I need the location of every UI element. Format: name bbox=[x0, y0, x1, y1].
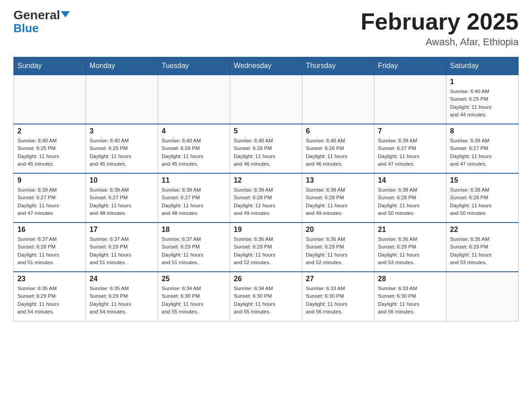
day-info: Sunrise: 6:36 AMSunset: 6:29 PMDaylight:… bbox=[234, 235, 298, 266]
calendar-cell bbox=[302, 75, 374, 124]
column-header-wednesday: Wednesday bbox=[230, 57, 302, 75]
day-number: 7 bbox=[378, 127, 442, 135]
column-header-thursday: Thursday bbox=[302, 57, 374, 75]
day-info: Sunrise: 6:40 AMSunset: 6:26 PMDaylight:… bbox=[162, 137, 226, 168]
day-info: Sunrise: 6:33 AMSunset: 6:30 PMDaylight:… bbox=[378, 285, 442, 316]
day-info: Sunrise: 6:35 AMSunset: 6:29 PMDaylight:… bbox=[450, 235, 515, 266]
day-number: 13 bbox=[306, 176, 370, 184]
logo-blue-text: Blue bbox=[13, 22, 39, 34]
week-row-5: 23Sunrise: 6:35 AMSunset: 6:29 PMDayligh… bbox=[14, 272, 519, 321]
day-info: Sunrise: 6:38 AMSunset: 6:28 PMDaylight:… bbox=[234, 186, 298, 217]
day-info: Sunrise: 6:40 AMSunset: 6:26 PMDaylight:… bbox=[234, 137, 298, 168]
day-info: Sunrise: 6:35 AMSunset: 6:29 PMDaylight:… bbox=[90, 285, 154, 316]
calendar-cell bbox=[14, 75, 86, 124]
calendar-cell: 2Sunrise: 6:40 AMSunset: 6:25 PMDaylight… bbox=[14, 124, 86, 173]
column-header-saturday: Saturday bbox=[446, 57, 519, 75]
calendar-cell: 27Sunrise: 6:33 AMSunset: 6:30 PMDayligh… bbox=[302, 272, 374, 321]
day-info: Sunrise: 6:39 AMSunset: 6:27 PMDaylight:… bbox=[378, 137, 442, 168]
calendar-cell: 10Sunrise: 6:39 AMSunset: 6:27 PMDayligh… bbox=[86, 173, 158, 223]
column-header-friday: Friday bbox=[374, 57, 446, 75]
day-info: Sunrise: 6:39 AMSunset: 6:27 PMDaylight:… bbox=[450, 137, 515, 168]
calendar-table: SundayMondayTuesdayWednesdayThursdayFrid… bbox=[13, 57, 519, 321]
day-info: Sunrise: 6:38 AMSunset: 6:28 PMDaylight:… bbox=[306, 186, 370, 217]
day-number: 15 bbox=[450, 176, 515, 184]
calendar-cell: 11Sunrise: 6:39 AMSunset: 6:27 PMDayligh… bbox=[158, 173, 230, 223]
day-number: 26 bbox=[234, 275, 298, 283]
day-info: Sunrise: 6:37 AMSunset: 6:28 PMDaylight:… bbox=[17, 235, 82, 266]
day-number: 25 bbox=[162, 275, 226, 283]
calendar-cell: 26Sunrise: 6:34 AMSunset: 6:30 PMDayligh… bbox=[230, 272, 302, 321]
calendar-cell: 14Sunrise: 6:38 AMSunset: 6:28 PMDayligh… bbox=[374, 173, 446, 223]
calendar-cell bbox=[374, 75, 446, 124]
calendar-cell: 6Sunrise: 6:40 AMSunset: 6:26 PMDaylight… bbox=[302, 124, 374, 173]
column-header-monday: Monday bbox=[86, 57, 158, 75]
day-number: 20 bbox=[306, 226, 370, 234]
logo-triangle-icon bbox=[61, 11, 70, 17]
calendar-cell: 17Sunrise: 6:37 AMSunset: 6:29 PMDayligh… bbox=[86, 223, 158, 272]
day-info: Sunrise: 6:39 AMSunset: 6:27 PMDaylight:… bbox=[90, 186, 154, 217]
calendar-cell: 19Sunrise: 6:36 AMSunset: 6:29 PMDayligh… bbox=[230, 223, 302, 272]
day-number: 27 bbox=[306, 275, 370, 283]
day-info: Sunrise: 6:36 AMSunset: 6:29 PMDaylight:… bbox=[378, 235, 442, 266]
day-number: 9 bbox=[17, 176, 82, 184]
day-number: 6 bbox=[306, 127, 370, 135]
logo: General Blue bbox=[13, 9, 70, 34]
day-info: Sunrise: 6:36 AMSunset: 6:29 PMDaylight:… bbox=[306, 235, 370, 266]
calendar-cell: 20Sunrise: 6:36 AMSunset: 6:29 PMDayligh… bbox=[302, 223, 374, 272]
week-row-1: 1Sunrise: 6:40 AMSunset: 6:25 PMDaylight… bbox=[14, 75, 519, 124]
column-header-sunday: Sunday bbox=[14, 57, 86, 75]
day-info: Sunrise: 6:37 AMSunset: 6:29 PMDaylight:… bbox=[162, 235, 226, 266]
calendar-cell bbox=[446, 272, 519, 321]
day-info: Sunrise: 6:38 AMSunset: 6:28 PMDaylight:… bbox=[378, 186, 442, 217]
day-number: 14 bbox=[378, 176, 442, 184]
calendar-cell: 12Sunrise: 6:38 AMSunset: 6:28 PMDayligh… bbox=[230, 173, 302, 223]
day-number: 5 bbox=[234, 127, 298, 135]
day-info: Sunrise: 6:37 AMSunset: 6:29 PMDaylight:… bbox=[90, 235, 154, 266]
calendar-cell: 21Sunrise: 6:36 AMSunset: 6:29 PMDayligh… bbox=[374, 223, 446, 272]
calendar-cell: 18Sunrise: 6:37 AMSunset: 6:29 PMDayligh… bbox=[158, 223, 230, 272]
day-info: Sunrise: 6:39 AMSunset: 6:27 PMDaylight:… bbox=[162, 186, 226, 217]
calendar-header-row: SundayMondayTuesdayWednesdayThursdayFrid… bbox=[14, 57, 519, 75]
week-row-2: 2Sunrise: 6:40 AMSunset: 6:25 PMDaylight… bbox=[14, 124, 519, 173]
calendar-cell bbox=[230, 75, 302, 124]
page-header: General Blue February 2025 Awash, Afar, … bbox=[13, 9, 519, 48]
calendar-cell: 13Sunrise: 6:38 AMSunset: 6:28 PMDayligh… bbox=[302, 173, 374, 223]
calendar-cell: 22Sunrise: 6:35 AMSunset: 6:29 PMDayligh… bbox=[446, 223, 519, 272]
calendar-cell: 25Sunrise: 6:34 AMSunset: 6:30 PMDayligh… bbox=[158, 272, 230, 321]
calendar-cell: 15Sunrise: 6:38 AMSunset: 6:28 PMDayligh… bbox=[446, 173, 519, 223]
calendar-cell bbox=[86, 75, 158, 124]
week-row-4: 16Sunrise: 6:37 AMSunset: 6:28 PMDayligh… bbox=[14, 223, 519, 272]
calendar-cell: 9Sunrise: 6:39 AMSunset: 6:27 PMDaylight… bbox=[14, 173, 86, 223]
day-number: 28 bbox=[378, 275, 442, 283]
day-number: 16 bbox=[17, 226, 82, 234]
day-number: 1 bbox=[450, 78, 515, 86]
calendar-cell: 16Sunrise: 6:37 AMSunset: 6:28 PMDayligh… bbox=[14, 223, 86, 272]
day-number: 4 bbox=[162, 127, 226, 135]
day-info: Sunrise: 6:34 AMSunset: 6:30 PMDaylight:… bbox=[234, 285, 298, 316]
week-row-3: 9Sunrise: 6:39 AMSunset: 6:27 PMDaylight… bbox=[14, 173, 519, 223]
calendar-cell: 24Sunrise: 6:35 AMSunset: 6:29 PMDayligh… bbox=[86, 272, 158, 321]
day-number: 24 bbox=[90, 275, 154, 283]
day-number: 19 bbox=[234, 226, 298, 234]
logo-general-text: General bbox=[13, 9, 70, 21]
title-block: February 2025 Awash, Afar, Ethiopia bbox=[360, 9, 519, 48]
day-number: 22 bbox=[450, 226, 515, 234]
calendar-cell: 1Sunrise: 6:40 AMSunset: 6:25 PMDaylight… bbox=[446, 75, 519, 124]
day-info: Sunrise: 6:39 AMSunset: 6:27 PMDaylight:… bbox=[17, 186, 82, 217]
calendar-cell: 3Sunrise: 6:40 AMSunset: 6:25 PMDaylight… bbox=[86, 124, 158, 173]
day-info: Sunrise: 6:40 AMSunset: 6:25 PMDaylight:… bbox=[90, 137, 154, 168]
day-info: Sunrise: 6:38 AMSunset: 6:28 PMDaylight:… bbox=[450, 186, 515, 217]
day-number: 21 bbox=[378, 226, 442, 234]
day-number: 8 bbox=[450, 127, 515, 135]
day-info: Sunrise: 6:35 AMSunset: 6:29 PMDaylight:… bbox=[17, 285, 82, 316]
day-number: 10 bbox=[90, 176, 154, 184]
calendar-cell: 7Sunrise: 6:39 AMSunset: 6:27 PMDaylight… bbox=[374, 124, 446, 173]
day-info: Sunrise: 6:40 AMSunset: 6:26 PMDaylight:… bbox=[306, 137, 370, 168]
calendar-cell: 8Sunrise: 6:39 AMSunset: 6:27 PMDaylight… bbox=[446, 124, 519, 173]
column-header-tuesday: Tuesday bbox=[158, 57, 230, 75]
calendar-cell: 4Sunrise: 6:40 AMSunset: 6:26 PMDaylight… bbox=[158, 124, 230, 173]
calendar-cell: 5Sunrise: 6:40 AMSunset: 6:26 PMDaylight… bbox=[230, 124, 302, 173]
day-number: 2 bbox=[17, 127, 82, 135]
month-title: February 2025 bbox=[360, 9, 519, 34]
day-number: 23 bbox=[17, 275, 82, 283]
